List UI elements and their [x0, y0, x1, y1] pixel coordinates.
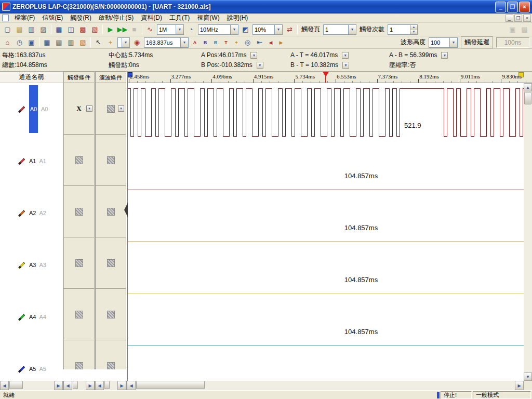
next-bar-icon[interactable]: T	[221, 37, 231, 48]
filter-condition-a4[interactable]	[95, 288, 126, 340]
chevron-down-icon[interactable]: ▼	[118, 105, 124, 112]
menu-item-0[interactable]: 檔案(F)	[11, 13, 38, 23]
new-file-icon[interactable]: ▢	[2, 24, 14, 35]
scroll-track[interactable]	[72, 381, 86, 390]
time-ruler[interactable]: 2.458ms3.277ms4.096ms4.915ms5.734ms6.553…	[128, 72, 532, 83]
capture-icon[interactable]: ▣	[25, 37, 37, 48]
b-pos-dropdown[interactable]: ▼	[257, 62, 263, 69]
minimize-button[interactable]: _	[495, 2, 506, 12]
clock-icon[interactable]: ◷	[14, 37, 25, 48]
b-bar-icon[interactable]: B	[200, 37, 210, 48]
chevron-down-icon[interactable]: ▼	[86, 105, 92, 112]
scroll-track[interactable]	[104, 381, 117, 390]
menu-item-3[interactable]: 啟動/停止(S)	[95, 13, 137, 23]
display-ratio-icon[interactable]: ◩	[240, 24, 251, 35]
trigger-condition-a4[interactable]	[63, 288, 95, 340]
filter-condition-a1[interactable]	[95, 134, 126, 186]
channel-row-a3[interactable]: A3A3	[0, 239, 63, 291]
port-setup-icon[interactable]: ▦	[53, 24, 65, 35]
restore-button[interactable]: ❐	[507, 2, 518, 12]
channel-id[interactable]: A4	[29, 314, 36, 320]
scroll-left-icon[interactable]: ◀	[63, 381, 72, 390]
trigger-condition-a3[interactable]	[63, 237, 95, 289]
save-file-icon[interactable]: ▥	[25, 24, 37, 35]
trigger-count-input[interactable]: 1▲▼	[388, 24, 418, 35]
bus-setup-icon[interactable]: ▩	[77, 24, 89, 35]
numeric-view-icon[interactable]: ▥	[65, 37, 77, 48]
channel-row-a5[interactable]: A5A5	[0, 343, 63, 381]
menu-item-1[interactable]: 信號(E)	[38, 13, 66, 23]
child-close-button[interactable]: ×	[523, 15, 531, 22]
scroll-down-icon[interactable]: ▼	[524, 373, 532, 381]
vertical-scroll-track[interactable]	[524, 91, 532, 373]
spin-down-icon[interactable]: ▼	[410, 30, 417, 34]
a-pos-dropdown[interactable]: ▼	[250, 52, 257, 59]
scroll-track[interactable]	[136, 381, 515, 390]
channel-row-a1[interactable]: A1A1	[0, 135, 63, 187]
chevron-down-icon[interactable]: ▼	[449, 38, 457, 47]
signal-setup-icon[interactable]: ◫	[65, 24, 77, 35]
close-button[interactable]: ×	[519, 2, 530, 12]
trigger-condition-a5[interactable]	[63, 340, 95, 369]
filter-condition-a0[interactable]: ▼	[95, 83, 126, 135]
a-minus-b-dropdown[interactable]: ▼	[441, 52, 448, 59]
scroll-track[interactable]	[9, 381, 54, 390]
trigger-condition-a1[interactable]	[63, 134, 95, 186]
chevron-down-icon[interactable]: ▼	[230, 25, 238, 34]
data-format-icon[interactable]: ▧	[77, 37, 89, 48]
next-edge-icon[interactable]: ▶	[276, 37, 286, 48]
list-view-icon[interactable]: ▤	[53, 37, 65, 48]
filter-condition-a2[interactable]	[95, 185, 126, 237]
print-icon[interactable]: ▨	[37, 24, 49, 35]
vertical-scrollbar[interactable]: ▲ ▼	[524, 83, 532, 381]
chevron-down-icon[interactable]: ▼	[180, 38, 188, 47]
sampling-setup-icon[interactable]: ∿	[144, 24, 156, 35]
scroll-right-icon[interactable]: ▶	[515, 381, 524, 390]
a-minus-t-dropdown[interactable]: ▼	[342, 52, 349, 59]
chevron-down-icon[interactable]: ▼	[176, 25, 183, 34]
trigger-page-select[interactable]: 1▼	[323, 24, 356, 35]
waveform-height-select[interactable]: 100▼	[429, 37, 458, 48]
filter-condition-a5[interactable]	[95, 340, 126, 369]
menu-item-2[interactable]: 觸發(R)	[66, 13, 95, 23]
add-bar-icon[interactable]: +	[231, 37, 242, 48]
filter-column-scrollbar[interactable]: ◀ ▶	[95, 381, 126, 390]
menu-item-7[interactable]: 說明(H)	[223, 13, 252, 23]
filter-condition-a3[interactable]	[95, 237, 126, 289]
b-minus-t-dropdown[interactable]: ▼	[342, 62, 349, 69]
scroll-right-icon[interactable]: ▶	[54, 381, 63, 390]
scroll-left-icon[interactable]: ◀	[95, 381, 104, 390]
waveform-canvas[interactable]: 104.857ms104.857ms104.857ms104.857ms104.…	[128, 83, 524, 381]
scroll-left-icon[interactable]: ◀	[0, 381, 9, 390]
vertical-scroll-thumb[interactable]	[524, 92, 531, 104]
scroll-thumb[interactable]	[136, 381, 205, 389]
scroll-up-icon[interactable]: ▲	[524, 83, 532, 91]
zoom-icon[interactable]: ◉	[131, 37, 143, 48]
repeat-run-icon[interactable]: ▶▶	[116, 24, 128, 35]
scroll-thumb[interactable]	[104, 381, 110, 389]
center-position-marker[interactable]	[323, 72, 329, 77]
channel-id[interactable]: A3	[29, 262, 36, 268]
compression-icon[interactable]: ⇄	[284, 24, 296, 35]
child-restore-button[interactable]: ❐	[514, 15, 522, 22]
memory-depth-select[interactable]: 1M▼	[157, 24, 184, 35]
channel-id[interactable]: A1	[29, 158, 36, 164]
menu-item-4[interactable]: 資料(D)	[137, 13, 166, 23]
trigger-column-scrollbar[interactable]: ◀ ▶	[63, 381, 95, 390]
goto-trigger-icon[interactable]: ⇤	[254, 37, 265, 48]
trigger-condition-a2[interactable]	[63, 185, 95, 237]
analyzer-setup-icon[interactable]: ▧	[89, 24, 101, 35]
display-ratio-select[interactable]: 10%▼	[252, 24, 283, 35]
scroll-right-icon[interactable]: ▶	[86, 381, 95, 390]
open-file-icon[interactable]: ▤	[14, 24, 25, 35]
sampling-clock-icon[interactable]: ◔	[185, 24, 197, 35]
scroll-right-icon[interactable]: ▶	[117, 381, 126, 390]
chevron-down-icon[interactable]: ▼	[348, 25, 356, 34]
scroll-thumb[interactable]	[9, 381, 23, 389]
channel-id[interactable]: A2	[29, 210, 36, 216]
menu-item-6[interactable]: 視窗(W)	[193, 13, 223, 23]
run-icon[interactable]: ▶	[104, 24, 116, 35]
scroll-thumb[interactable]	[73, 381, 78, 389]
hand-icon[interactable]: +	[104, 37, 116, 48]
sampling-frequency-select[interactable]: 10MHz▼	[198, 24, 238, 35]
